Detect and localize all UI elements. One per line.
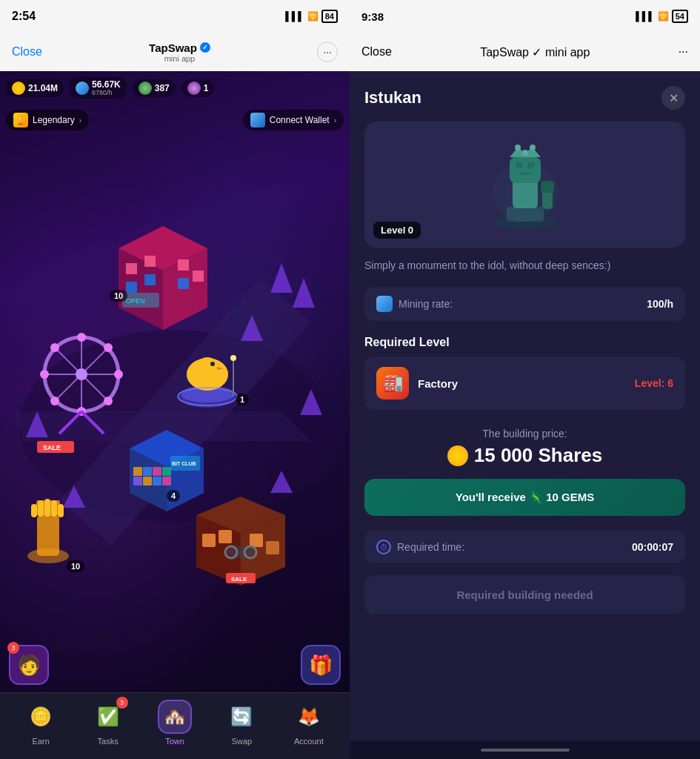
right-center-title: TapSwap ✓ mini app <box>480 45 590 59</box>
right-signal-icon: ▌▌▌ <box>636 11 655 21</box>
required-level-title: Required Level <box>350 333 700 357</box>
earn-label: Earn <box>33 737 50 746</box>
left-close-button[interactable]: Close <box>12 45 42 59</box>
building-image-area: Level 0 <box>364 122 685 248</box>
left-center-title: TapSwap ✓ mini app <box>149 42 210 63</box>
svg-rect-61 <box>37 515 59 556</box>
legendary-pill[interactable]: 🏆 Legendary › <box>6 110 89 130</box>
factory-level-value: 6 <box>667 377 673 389</box>
nav-account[interactable]: 🦊 Account <box>276 700 342 746</box>
svg-point-23 <box>104 397 113 405</box>
mining-rate-value: 100/h <box>647 298 673 310</box>
svg-point-26 <box>76 368 87 380</box>
svg-rect-47 <box>133 477 142 485</box>
tasks-icon: ✅ <box>97 706 119 727</box>
cubes-value: 56.67K <box>92 79 121 90</box>
svg-rect-5 <box>144 256 156 267</box>
connect-wallet-label: Connect Wallet <box>270 115 330 125</box>
swap-icon-wrap: 🔄 <box>224 700 259 734</box>
required-building-button[interactable]: Required building needed <box>364 575 685 614</box>
iso-scene: OPEN <box>0 71 350 692</box>
left-status-icons: ▌▌▌ 🛜 84 <box>285 10 338 23</box>
connect-wallet-pill[interactable]: Connect Wallet › <box>243 110 344 130</box>
modal-header: Istukan ✕ <box>350 71 700 122</box>
legend-bar: 🏆 Legendary › Connect Wallet › <box>6 110 344 130</box>
svg-point-39 <box>230 355 236 361</box>
svg-marker-54 <box>293 278 315 308</box>
receive-label: You'll receive 🦎 10 GEMS <box>456 491 594 504</box>
right-panel: 9:38 ▌▌▌ 🛜 54 Close TapSwap ✓ mini app ·… <box>350 0 700 759</box>
counter-badge-3: 4 <box>167 490 180 502</box>
svg-rect-64 <box>38 500 44 517</box>
svg-rect-73 <box>250 534 263 547</box>
right-app-header: Close TapSwap ✓ mini app ··· <box>350 33 700 71</box>
left-panel: 2:54 ▌▌▌ 🛜 84 Close TapSwap ✓ mini app ·… <box>0 0 350 759</box>
wifi-icon: 🛜 <box>307 11 319 21</box>
svg-marker-53 <box>270 263 293 293</box>
svg-rect-67 <box>58 504 64 517</box>
modal-area: Istukan ✕ <box>350 71 700 741</box>
svg-point-89 <box>522 150 528 156</box>
purple-hud: 1 <box>181 79 215 97</box>
right-time: 9:38 <box>361 10 384 23</box>
factory-level: Level: 6 <box>635 377 673 389</box>
required-building-label: Required building needed <box>456 589 593 601</box>
right-mini-app-label: mini app <box>545 46 590 59</box>
svg-point-94 <box>492 162 559 222</box>
receive-button[interactable]: You'll receive 🦎 10 GEMS <box>364 479 685 516</box>
left-status-bar: 2:54 ▌▌▌ 🛜 84 <box>0 0 350 33</box>
coin-icon <box>12 82 25 95</box>
town-label: Town <box>165 737 184 746</box>
nav-tasks[interactable]: ✅ 3 Tasks <box>74 700 141 746</box>
req-time-label: Required time: <box>397 541 464 553</box>
req-time-left: ⏱ Required time: <box>376 540 464 554</box>
left-mini-app-label: mini app <box>164 54 196 63</box>
svg-rect-74 <box>266 541 279 554</box>
svg-point-25 <box>50 397 59 405</box>
account-icon: 🦊 <box>298 706 320 727</box>
svg-rect-43 <box>133 467 142 476</box>
nav-swap[interactable]: 🔄 Swap <box>208 700 275 746</box>
svg-rect-45 <box>153 467 161 476</box>
price-section: The building price: 15 000 Shares <box>350 422 700 479</box>
left-floating-btn[interactable]: 🧑 3 <box>9 645 49 685</box>
svg-point-34 <box>196 357 219 377</box>
svg-point-21 <box>114 370 123 379</box>
svg-point-88 <box>515 145 521 150</box>
signal-icon: ▌▌▌ <box>285 11 304 21</box>
leaves-value: 387 <box>155 83 170 93</box>
right-more-button[interactable]: ··· <box>679 45 688 59</box>
factory-icon: 🏭 <box>376 367 409 400</box>
svg-rect-72 <box>219 530 232 543</box>
right-floating-btn[interactable]: 🎁 <box>301 645 341 685</box>
svg-rect-46 <box>162 467 171 476</box>
price-label: The building price: <box>364 428 685 440</box>
level-badge: Level 0 <box>373 222 421 239</box>
svg-text:OPEN: OPEN <box>126 297 145 305</box>
mining-rate-label: Mining rate: <box>399 298 453 310</box>
cubes-sub: 6780/h <box>92 90 121 96</box>
earn-icon: 🪙 <box>30 706 52 727</box>
req-time-value: 00:00:07 <box>632 541 673 553</box>
mining-rate-left: Mining rate: <box>376 296 453 312</box>
cubes-hud: 56.67K 6780/h <box>70 77 127 99</box>
svg-rect-8 <box>126 282 137 293</box>
coins-value: 21.04M <box>28 83 58 93</box>
left-bottom-nav: 🪙 Earn ✅ 3 Tasks 🏘️ Town 🔄 Swap 🦊 <box>0 692 350 759</box>
modal-close-button[interactable]: ✕ <box>661 86 685 110</box>
right-close-button[interactable]: Close <box>361 45 392 59</box>
svg-rect-66 <box>51 500 57 517</box>
coins-hud: 21.04M <box>6 79 64 97</box>
nav-earn[interactable]: 🪙 Earn <box>7 700 74 746</box>
legendary-label: Legendary <box>33 115 75 125</box>
nav-town[interactable]: 🏘️ Town <box>141 700 208 746</box>
svg-rect-4 <box>126 263 137 274</box>
counter-badge-2: 1 <box>236 394 249 405</box>
account-icon-wrap: 🦊 <box>292 700 326 734</box>
left-app-name: TapSwap ✓ <box>149 42 210 54</box>
home-bar <box>481 749 570 752</box>
svg-rect-7 <box>193 271 204 282</box>
left-app-header: Close TapSwap ✓ mini app ··· <box>0 33 350 71</box>
left-more-button[interactable]: ··· <box>317 42 338 62</box>
svg-text:BIT CLUB: BIT CLUB <box>172 461 196 466</box>
